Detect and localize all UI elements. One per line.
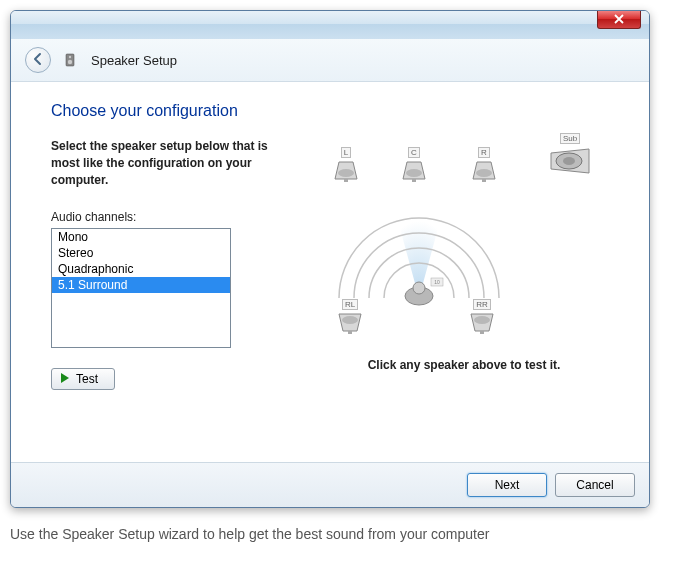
audio-channels-listbox[interactable]: Mono Stereo Quadraphonic 5.1 Surround: [51, 228, 231, 348]
titlebar: [11, 11, 649, 39]
speaker-diagram: 10 Sub L C: [319, 138, 579, 358]
svg-rect-14: [482, 179, 486, 182]
speaker-label: Sub: [560, 133, 580, 144]
test-button[interactable]: Test: [51, 368, 115, 390]
list-item[interactable]: Mono: [52, 229, 230, 245]
back-arrow-icon: [31, 52, 45, 69]
svg-rect-10: [344, 179, 348, 182]
speaker-label: L: [341, 147, 351, 158]
svg-point-1: [69, 56, 71, 58]
svg-rect-12: [412, 179, 416, 182]
speaker-front-icon: [331, 159, 361, 186]
svg-point-11: [406, 169, 422, 177]
close-button[interactable]: [597, 11, 641, 29]
subwoofer-icon: [547, 145, 593, 180]
speaker-label: C: [408, 147, 420, 158]
speaker-icon: [63, 52, 79, 68]
speaker-setup-window: Speaker Setup Choose your configuration …: [10, 10, 650, 508]
svg-point-4: [413, 282, 425, 294]
play-icon: [60, 372, 70, 386]
channels-label: Audio channels:: [51, 210, 291, 224]
speaker-rear-right[interactable]: RR: [467, 296, 497, 338]
svg-point-9: [338, 169, 354, 177]
svg-text:10: 10: [434, 279, 440, 285]
page-heading: Choose your configuration: [51, 102, 609, 120]
speaker-label: R: [478, 147, 490, 158]
list-item[interactable]: Stereo: [52, 245, 230, 261]
speaker-label: RL: [342, 299, 358, 310]
speaker-front-icon: [469, 159, 499, 186]
speaker-front-right[interactable]: R: [469, 144, 499, 186]
wizard-header: Speaker Setup: [11, 39, 649, 82]
test-button-label: Test: [76, 372, 98, 386]
close-icon: [614, 13, 624, 27]
test-hint: Click any speaker above to test it.: [319, 358, 609, 372]
svg-point-17: [474, 316, 490, 324]
speaker-subwoofer[interactable]: Sub: [547, 130, 593, 180]
speaker-label: RR: [473, 299, 491, 310]
list-item[interactable]: 5.1 Surround: [52, 277, 230, 293]
speaker-front-center[interactable]: C: [399, 144, 429, 186]
svg-rect-18: [480, 331, 484, 334]
wizard-footer: Next Cancel: [11, 462, 649, 507]
speaker-front-left[interactable]: L: [331, 144, 361, 186]
cancel-button[interactable]: Cancel: [555, 473, 635, 497]
figure-caption: Use the Speaker Setup wizard to help get…: [10, 526, 667, 542]
svg-point-15: [342, 316, 358, 324]
wizard-content: Choose your configuration Select the spe…: [11, 82, 649, 462]
speaker-front-icon: [399, 159, 429, 186]
back-button[interactable]: [25, 47, 51, 73]
speaker-rear-icon: [467, 311, 497, 338]
svg-rect-16: [348, 331, 352, 334]
svg-point-2: [68, 60, 72, 64]
svg-point-13: [476, 169, 492, 177]
instruction-text: Select the speaker setup below that is m…: [51, 138, 291, 188]
speaker-rear-icon: [335, 311, 365, 338]
svg-point-8: [563, 157, 575, 165]
next-button[interactable]: Next: [467, 473, 547, 497]
window-title: Speaker Setup: [91, 53, 177, 68]
list-item[interactable]: Quadraphonic: [52, 261, 230, 277]
speaker-rear-left[interactable]: RL: [335, 296, 365, 338]
